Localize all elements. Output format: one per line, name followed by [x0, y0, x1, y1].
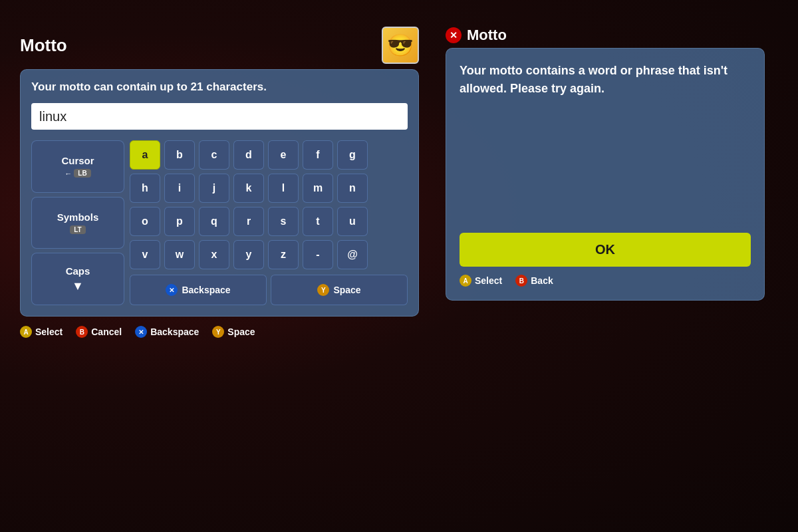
error-x-icon: ✕ [446, 27, 462, 43]
error-message: Your motto contains a word or phrase tha… [460, 62, 751, 98]
key-e[interactable]: e [268, 140, 299, 170]
screen-container: Motto 😎 Your motto can contain up to 21 … [0, 0, 798, 532]
keyboard-panel-title: Motto [20, 35, 67, 56]
backspace-label: Backspace [182, 285, 230, 295]
key-s[interactable]: s [268, 207, 299, 236]
key-p[interactable]: p [164, 207, 195, 236]
a-button-select-icon: A [20, 326, 32, 338]
avatar-icon: 😎 [382, 27, 419, 64]
key-at[interactable]: @ [337, 240, 368, 269]
hint-space: Y Space [212, 326, 255, 338]
x-symbol: ✕ [450, 30, 458, 41]
caps-icon: ▼ [72, 279, 84, 293]
error-bottom-hints: A Select B Back [460, 275, 751, 287]
hint-backspace: ✕ Backspace [135, 326, 199, 338]
error-panel: ✕ Motto Your motto contains a word or ph… [446, 27, 765, 301]
hint-cancel: B Cancel [76, 326, 122, 338]
key-k[interactable]: k [233, 174, 264, 203]
keyboard-panel: Motto 😎 Your motto can contain up to 21 … [20, 27, 419, 338]
error-hint-back: B Back [515, 275, 553, 287]
cursor-label: Cursor [61, 155, 94, 166]
keyboard-left: Cursor ← LB Symbols LT Caps ▼ [31, 140, 124, 305]
error-title-row: ✕ Motto [446, 27, 765, 44]
hint-select: A Select [20, 326, 63, 338]
caps-key[interactable]: Caps ▼ [31, 253, 124, 305]
x-button-backspace-icon: ✕ [135, 326, 147, 338]
avatar-emoji: 😎 [387, 33, 414, 58]
key-v[interactable]: v [130, 240, 160, 269]
cancel-hint-label: Cancel [91, 327, 122, 337]
keyboard-area: Cursor ← LB Symbols LT Caps ▼ [31, 140, 408, 305]
x-button-icon: ✕ [166, 284, 178, 296]
key-h[interactable]: h [130, 174, 160, 203]
error-back-label: Back [531, 275, 553, 286]
space-key[interactable]: Y Space [271, 275, 408, 305]
backspace-key[interactable]: ✕ Backspace [130, 275, 267, 305]
keyboard-box: Your motto can contain up to 21 characte… [20, 69, 419, 317]
symbols-key[interactable]: Symbols LT [31, 197, 124, 249]
key-z[interactable]: z [268, 240, 299, 269]
panel-title-row: Motto 😎 [20, 27, 419, 64]
cursor-key[interactable]: Cursor ← LB [31, 140, 124, 193]
key-n[interactable]: n [337, 174, 368, 203]
backspace-hint-label: Backspace [150, 327, 199, 337]
y-button-icon: Y [317, 284, 329, 296]
key-y[interactable]: y [233, 240, 264, 269]
keyboard-bottom-hints: A Select B Cancel ✕ Backspace Y Space [20, 326, 419, 338]
key-row-4: v w x y z - @ [130, 240, 408, 269]
key-d[interactable]: d [233, 140, 264, 170]
b-button-cancel-icon: B [76, 326, 88, 338]
error-select-label: Select [475, 275, 502, 286]
space-hint-label: Space [227, 327, 255, 337]
key-l[interactable]: l [268, 174, 299, 203]
keyboard-right: a b c d e f g h i j k l m [130, 140, 408, 305]
key-g[interactable]: g [337, 140, 368, 170]
key-j[interactable]: j [199, 174, 229, 203]
lt-badge: LT [70, 225, 85, 234]
key-row-2: h i j k l m n [130, 174, 408, 203]
select-hint-label: Select [35, 327, 63, 337]
key-i[interactable]: i [164, 174, 195, 203]
key-f[interactable]: f [303, 140, 333, 170]
error-box: Your motto contains a word or phrase tha… [446, 48, 765, 301]
key-m[interactable]: m [303, 174, 333, 203]
key-a[interactable]: a [130, 140, 160, 170]
caps-label: Caps [66, 265, 90, 277]
key-b[interactable]: b [164, 140, 195, 170]
key-x[interactable]: x [199, 240, 229, 269]
ok-button[interactable]: OK [460, 233, 751, 267]
symbols-label: Symbols [57, 211, 99, 223]
bottom-key-row: ✕ Backspace Y Space [130, 275, 408, 305]
hint-text: Your motto can contain up to 21 characte… [31, 80, 408, 94]
key-q[interactable]: q [199, 207, 229, 236]
a-button-error-select-icon: A [460, 275, 471, 287]
y-button-space-icon: Y [212, 326, 224, 338]
error-panel-title: Motto [467, 27, 507, 44]
key-row-1: a b c d e f g [130, 140, 408, 170]
key-r[interactable]: r [233, 207, 264, 236]
key-o[interactable]: o [130, 207, 160, 236]
cursor-arrow-icon: ← [65, 170, 72, 178]
key-t[interactable]: t [303, 207, 333, 236]
key-c[interactable]: c [199, 140, 229, 170]
space-label: Space [333, 285, 360, 295]
text-input-display[interactable]: linux [31, 103, 408, 130]
lb-badge: LB [74, 169, 90, 178]
key-u[interactable]: u [337, 207, 368, 236]
key-w[interactable]: w [164, 240, 195, 269]
key-dash[interactable]: - [303, 240, 333, 269]
b-button-back-icon: B [515, 275, 527, 287]
error-hint-select: A Select [460, 275, 502, 287]
key-row-3: o p q r s t u [130, 207, 408, 236]
